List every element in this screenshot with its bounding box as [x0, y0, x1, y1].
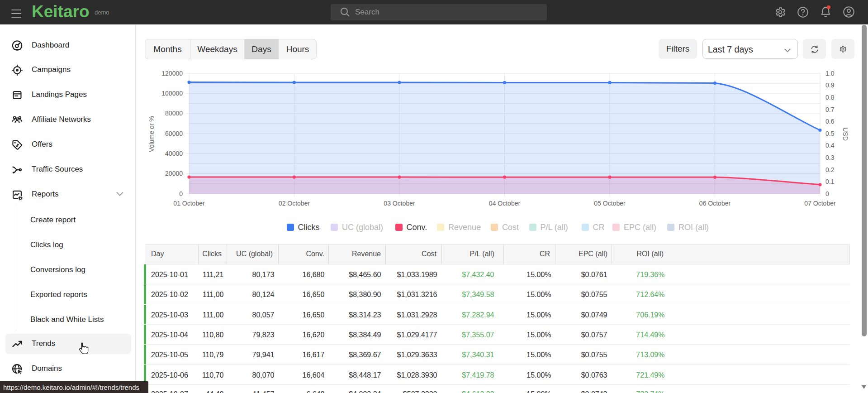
svg-text:60000: 60000: [165, 130, 183, 137]
svg-text:120000: 120000: [161, 70, 183, 77]
svg-text:07 October: 07 October: [804, 200, 836, 207]
svg-text:0.5: 0.5: [825, 130, 835, 137]
svg-text:Volume or %: Volume or %: [148, 116, 155, 152]
svg-text:0.4: 0.4: [825, 142, 835, 149]
svg-text:03 October: 03 October: [384, 200, 415, 207]
svg-text:USD: USD: [842, 127, 849, 141]
svg-text:0.7: 0.7: [825, 106, 835, 113]
svg-text:0.8: 0.8: [825, 94, 835, 101]
svg-text:04 October: 04 October: [489, 200, 521, 207]
svg-text:0.3: 0.3: [825, 154, 835, 161]
svg-text:0.9: 0.9: [825, 81, 835, 89]
svg-text:0: 0: [179, 190, 183, 197]
svg-text:1.0: 1.0: [825, 70, 835, 77]
svg-text:100000: 100000: [161, 90, 183, 97]
svg-text:02 October: 02 October: [279, 200, 310, 207]
svg-text:80000: 80000: [165, 110, 183, 117]
svg-text:0: 0: [825, 190, 829, 197]
svg-text:40000: 40000: [165, 150, 183, 157]
svg-text:05 October: 05 October: [594, 200, 626, 207]
svg-text:0.6: 0.6: [825, 118, 835, 125]
svg-text:20000: 20000: [165, 170, 183, 177]
svg-text:0.1: 0.1: [825, 178, 835, 185]
svg-text:06 October: 06 October: [699, 200, 731, 207]
svg-text:01 October: 01 October: [173, 200, 205, 207]
svg-text:0.2: 0.2: [825, 166, 835, 173]
